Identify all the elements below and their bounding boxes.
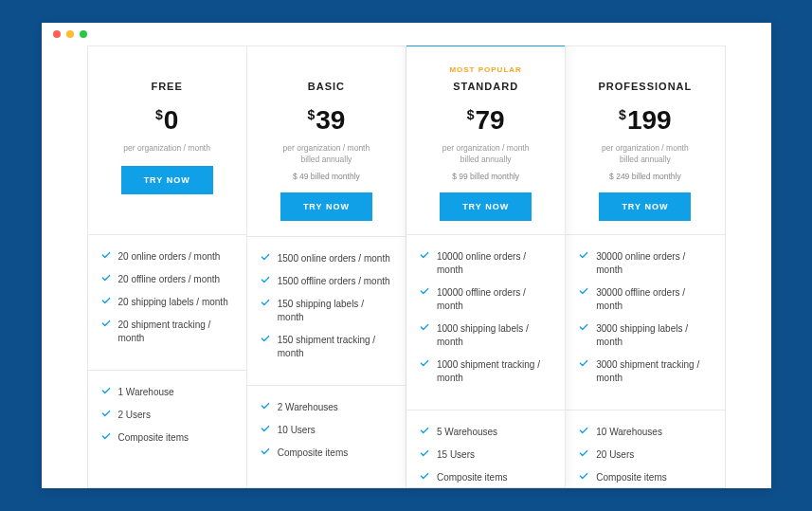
features-block-orders: 10000 online orders / month10000 offline… bbox=[406, 234, 565, 410]
pricing-table: FREE$0per organization / monthTRY NOW20 … bbox=[42, 46, 771, 488]
features-block-resources: 2 Warehouses10 UsersComposite items bbox=[247, 385, 406, 484]
feature-text: 20 offline orders / month bbox=[118, 273, 221, 286]
feature-text: 10 Warehouses bbox=[596, 426, 662, 439]
try-now-button[interactable]: TRY NOW bbox=[599, 192, 691, 221]
billing-cycle: billed annually bbox=[416, 155, 555, 166]
features-block-resources: 5 Warehouses15 UsersComposite items bbox=[406, 410, 565, 488]
feature-item: 1000 shipping labels / month bbox=[420, 322, 551, 349]
feature-text: 30000 online orders / month bbox=[596, 250, 711, 277]
feature-item: 30000 offline orders / month bbox=[579, 286, 711, 313]
feature-text: 150 shipping labels / month bbox=[278, 298, 392, 324]
feature-text: 5 Warehouses bbox=[437, 426, 497, 439]
feature-item: 1 Warehouse bbox=[101, 386, 233, 399]
feature-item: 2 Warehouses bbox=[261, 401, 392, 414]
price-subtext: per organization / month bbox=[575, 143, 714, 155]
price-subtext: per organization / month bbox=[257, 143, 396, 155]
price-subtext: per organization / month bbox=[416, 143, 555, 155]
plan-column-free: FREE$0per organization / monthTRY NOW20 … bbox=[88, 46, 247, 487]
check-icon bbox=[579, 250, 588, 260]
check-icon bbox=[261, 275, 270, 284]
popular-badge bbox=[575, 65, 714, 75]
features-block-orders: 30000 online orders / month30000 offline… bbox=[566, 234, 724, 410]
feature-text: 1500 offline orders / month bbox=[278, 275, 390, 288]
plan-name: BASIC bbox=[257, 81, 396, 92]
check-icon bbox=[420, 250, 429, 260]
feature-text: Composite items bbox=[118, 431, 189, 445]
feature-item: 150 shipping labels / month bbox=[261, 298, 392, 324]
window-titlebar bbox=[42, 23, 771, 46]
check-icon bbox=[420, 358, 429, 368]
feature-item: 10 Users bbox=[261, 424, 392, 437]
try-now-button[interactable]: TRY NOW bbox=[280, 192, 372, 221]
features-block-orders: 20 online orders / month20 offline order… bbox=[88, 234, 246, 370]
check-icon bbox=[420, 426, 429, 435]
check-icon bbox=[579, 322, 588, 332]
feature-text: Composite items bbox=[278, 447, 348, 460]
feature-item: 20 shipment tracking / month bbox=[101, 319, 233, 345]
feature-text: 150 shipment tracking / month bbox=[278, 334, 392, 360]
price-amount: 79 bbox=[475, 105, 504, 136]
try-now-button[interactable]: TRY NOW bbox=[440, 192, 532, 221]
check-icon bbox=[101, 409, 111, 418]
plan-column-basic: BASIC$39per organization / monthbilled a… bbox=[247, 46, 406, 487]
feature-text: Composite items bbox=[596, 471, 666, 484]
billing-cycle: billed annually bbox=[257, 155, 396, 166]
check-icon bbox=[579, 426, 588, 435]
feature-text: 20 shipping labels / month bbox=[118, 296, 228, 309]
plan-header: MOST POPULARSTANDARD$79per organization … bbox=[406, 46, 565, 234]
check-icon bbox=[101, 386, 111, 395]
currency-symbol: $ bbox=[467, 107, 475, 122]
check-icon bbox=[101, 250, 111, 260]
check-icon bbox=[420, 471, 429, 481]
plan-header: FREE$0per organization / monthTRY NOW bbox=[88, 46, 246, 234]
currency-symbol: $ bbox=[155, 107, 163, 122]
feature-item: 2 Users bbox=[101, 409, 233, 422]
feature-item: 20 shipping labels / month bbox=[101, 296, 233, 309]
browser-window: FREE$0per organization / monthTRY NOW20 … bbox=[42, 23, 771, 488]
minimize-icon[interactable] bbox=[66, 30, 74, 38]
feature-item: 15 Users bbox=[420, 448, 551, 462]
check-icon bbox=[101, 319, 111, 328]
check-icon bbox=[261, 334, 270, 343]
feature-item: 30000 online orders / month bbox=[579, 250, 711, 277]
maximize-icon[interactable] bbox=[80, 30, 87, 38]
plan-price: $0 bbox=[98, 105, 237, 136]
check-icon bbox=[579, 448, 588, 458]
check-icon bbox=[261, 447, 270, 456]
feature-item: 10 Warehouses bbox=[579, 426, 711, 439]
feature-text: Composite items bbox=[437, 471, 507, 484]
price-amount: 0 bbox=[164, 105, 179, 136]
check-icon bbox=[101, 296, 111, 305]
feature-item: 1000 shipment tracking / month bbox=[420, 358, 551, 385]
try-now-button[interactable]: TRY NOW bbox=[121, 166, 213, 194]
feature-text: 1000 shipping labels / month bbox=[437, 322, 551, 349]
plan-price: $79 bbox=[416, 105, 555, 136]
check-icon bbox=[261, 298, 270, 307]
plan-name: STANDARD bbox=[416, 81, 555, 92]
currency-symbol: $ bbox=[619, 107, 626, 122]
features-block-orders: 1500 online orders / month1500 offline o… bbox=[247, 236, 406, 385]
feature-text: 1 Warehouse bbox=[118, 386, 174, 399]
plan-header: PROFESSIONAL$199per organization / month… bbox=[566, 46, 724, 234]
feature-item: Composite items bbox=[420, 471, 551, 484]
feature-item: 3000 shipment tracking / month bbox=[579, 358, 711, 385]
feature-text: 1000 shipment tracking / month bbox=[437, 358, 551, 385]
check-icon bbox=[101, 431, 111, 441]
currency-symbol: $ bbox=[307, 107, 315, 122]
check-icon bbox=[579, 358, 588, 368]
plan-name: FREE bbox=[98, 81, 237, 92]
plan-header: BASIC$39per organization / monthbilled a… bbox=[247, 46, 406, 236]
feature-text: 2 Users bbox=[118, 409, 151, 422]
features-block-resources: 1 Warehouse2 UsersComposite items bbox=[88, 370, 246, 469]
feature-item: 20 Users bbox=[579, 448, 711, 462]
feature-item: 10000 offline orders / month bbox=[420, 286, 551, 313]
close-icon[interactable] bbox=[53, 30, 61, 38]
plan-column-standard: MOST POPULARSTANDARD$79per organization … bbox=[406, 46, 566, 487]
feature-text: 10000 offline orders / month bbox=[437, 286, 551, 313]
plan-price: $199 bbox=[575, 105, 714, 136]
popular-badge bbox=[98, 65, 237, 75]
feature-item: 10000 online orders / month bbox=[420, 250, 551, 277]
feature-item: 1500 online orders / month bbox=[261, 252, 392, 265]
check-icon bbox=[420, 286, 429, 296]
price-subtext: per organization / month bbox=[98, 143, 237, 155]
